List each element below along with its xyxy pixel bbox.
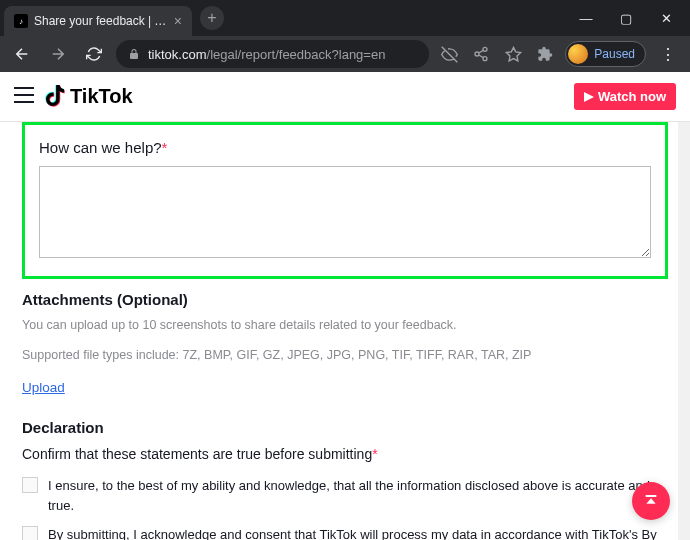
arrow-top-icon [643,493,659,509]
checkbox-1[interactable] [22,477,38,493]
filetypes-hint: Supported file types include: 7Z, BMP, G… [22,348,668,362]
watch-now-button[interactable]: Watch now [574,83,676,110]
tab-close-icon[interactable]: × [174,13,182,29]
scrollbar-track[interactable] [678,122,690,540]
window-minimize-button[interactable]: — [566,11,606,26]
window-close-button[interactable]: ✕ [646,11,686,26]
browser-tab[interactable]: ♪ Share your feedback | TikTok × [4,6,192,36]
svg-point-2 [483,57,487,61]
svg-rect-5 [14,101,34,103]
declaration-heading: Declaration [22,419,668,436]
play-icon [584,92,594,102]
svg-rect-4 [14,94,34,96]
scroll-top-fab[interactable] [632,482,670,520]
watch-now-label: Watch now [598,89,666,104]
extensions-icon[interactable] [533,42,557,66]
tab-title: Share your feedback | TikTok [34,14,168,28]
declaration-check-1: I ensure, to the best of my ability and … [22,476,668,515]
svg-point-0 [483,47,487,51]
brand-logo[interactable]: TikTok [44,85,133,109]
svg-point-1 [475,52,479,56]
checkbox-1-label: I ensure, to the best of my ability and … [48,476,668,515]
new-tab-button[interactable]: + [200,6,224,30]
checkbox-2[interactable] [22,526,38,540]
eye-off-icon[interactable] [437,42,461,66]
help-textarea[interactable] [39,166,651,258]
window-maximize-button[interactable]: ▢ [606,11,646,26]
declaration-check-2: By submitting, I acknowledge and consent… [22,525,668,540]
browser-toolbar: tiktok.com/legal/report/feedback?lang=en… [0,36,690,72]
form-content: How can we help?* Attachments (Optional)… [0,122,690,540]
avatar-icon [568,44,588,64]
app-header: TikTok Watch now [0,72,690,122]
profile-status: Paused [594,47,635,61]
attachments-heading: Attachments (Optional) [22,291,668,308]
address-bar[interactable]: tiktok.com/legal/report/feedback?lang=en [116,40,429,68]
reload-button[interactable] [80,40,108,68]
browser-tabstrip: ♪ Share your feedback | TikTok × + — ▢ ✕ [0,0,690,36]
brand-text: TikTok [70,85,133,108]
share-icon[interactable] [469,42,493,66]
bookmark-star-icon[interactable] [501,42,525,66]
tab-favicon-icon: ♪ [14,14,28,28]
checkbox-2-label: By submitting, I acknowledge and consent… [48,525,668,540]
help-label: How can we help?* [39,139,651,156]
upload-hint: You can upload up to 10 screenshots to s… [22,318,668,332]
back-button[interactable] [8,40,36,68]
menu-button[interactable] [14,87,34,107]
svg-rect-3 [14,87,34,89]
declaration-subheading: Confirm that these statements are true b… [22,446,668,462]
help-section-highlight: How can we help?* [22,122,668,279]
browser-menu-button[interactable]: ⋮ [654,45,682,64]
svg-rect-6 [646,495,657,497]
url-text: tiktok.com/legal/report/feedback?lang=en [148,47,385,62]
profile-chip[interactable]: Paused [565,41,646,67]
tiktok-note-icon [44,85,66,109]
page-viewport: TikTok Watch now How can we help?* Attac… [0,72,690,540]
forward-button[interactable] [44,40,72,68]
upload-link[interactable]: Upload [22,380,65,395]
lock-icon [128,48,140,60]
